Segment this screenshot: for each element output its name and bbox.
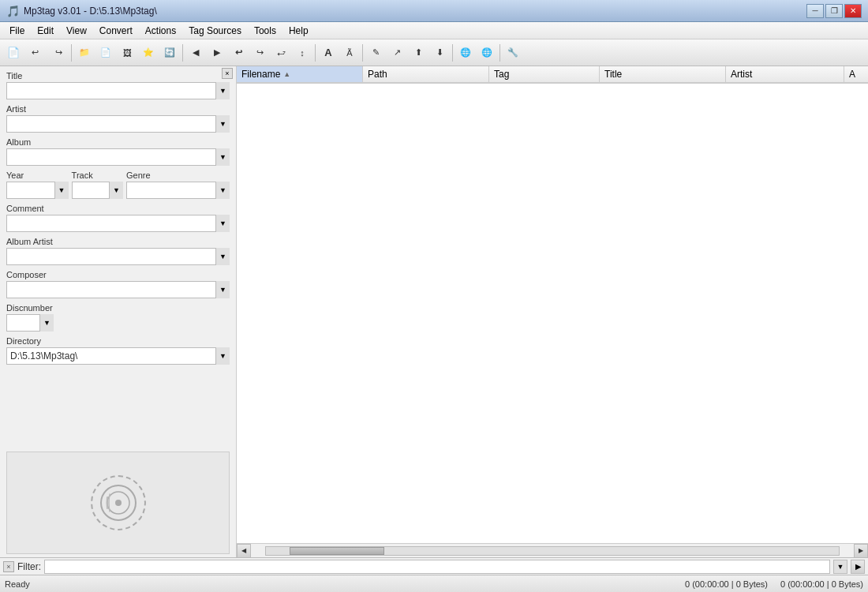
field-group-composer: Composer ▼ [6, 270, 230, 298]
menu-tools[interactable]: Tools [248, 22, 282, 39]
toolbar-tag-prev[interactable]: ◀ [185, 43, 206, 63]
directory-dropdown-btn[interactable]: ▼ [215, 347, 230, 365]
toolbar-redo[interactable]: ↪ [48, 43, 69, 63]
filter-go-button[interactable]: ▶ [851, 560, 865, 574]
menu-view[interactable]: View [60, 22, 93, 39]
field-row-year-track-genre: Year ▼ Track ▼ Genre [6, 170, 230, 204]
titlebar: 🎵 Mp3tag v3.01 - D:\5.13\Mp3tag\ ─ ❐ ✕ [0, 0, 868, 22]
toolbar-refresh[interactable]: 🔄 [159, 43, 180, 63]
left-panel-close-button[interactable]: × [222, 68, 233, 79]
toolbar-sep-3 [315, 44, 316, 62]
toolbar-text-a2[interactable]: Ã [339, 43, 360, 63]
composer-dropdown-btn[interactable]: ▼ [215, 281, 230, 298]
right-panel: Filename ▲ Path Tag Title Artist A ◀ [237, 66, 868, 557]
menu-file[interactable]: File [3, 22, 31, 39]
h-scroll-right-arrow[interactable]: ▶ [854, 544, 868, 558]
menu-help[interactable]: Help [282, 22, 315, 39]
restore-button[interactable]: ❐ [825, 4, 843, 18]
minimize-button[interactable]: ─ [806, 4, 824, 18]
field-wrap-album-artist: ▼ [6, 248, 230, 265]
artwork-area [6, 451, 230, 554]
window-title: Mp3tag v3.01 - D:\5.13\Mp3tag\ [24, 6, 157, 17]
filter-input[interactable] [44, 560, 830, 574]
artwork-placeholder-icon [91, 475, 146, 530]
field-wrap-composer: ▼ [6, 281, 230, 298]
artist-dropdown-btn[interactable]: ▼ [215, 115, 230, 133]
comment-dropdown-btn[interactable]: ▼ [215, 215, 230, 232]
album-artist-dropdown-btn[interactable]: ▼ [215, 248, 230, 265]
horizontal-scrollbar: ◀ ▶ [237, 543, 868, 557]
h-scroll-left-arrow[interactable]: ◀ [237, 544, 251, 558]
field-label-comment: Comment [6, 204, 230, 213]
field-label-composer: Composer [6, 270, 230, 279]
status-stats1: 0 (00:00:00 | 0 Bytes) [685, 579, 768, 589]
toolbar-sep-6 [499, 44, 500, 62]
artist-input[interactable] [6, 115, 230, 133]
menu-tag-sources[interactable]: Tag Sources [182, 22, 248, 39]
title-dropdown-btn[interactable]: ▼ [215, 82, 230, 99]
col-header-tag[interactable]: Tag [489, 66, 600, 82]
col-title-label: Title [604, 69, 622, 80]
toolbar-add-file[interactable]: 📄 [95, 43, 116, 63]
album-input[interactable] [6, 148, 230, 166]
comment-input[interactable] [6, 215, 230, 232]
filter-label: Filter: [17, 561, 41, 572]
toolbar-tag-next[interactable]: ▶ [207, 43, 227, 63]
menu-edit[interactable]: Edit [31, 22, 60, 39]
toolbar-globe[interactable]: 🌐 [455, 43, 476, 63]
filter-dropdown-button[interactable]: ▼ [833, 560, 847, 574]
col-header-more[interactable]: A [844, 66, 868, 82]
album-artist-input[interactable] [6, 248, 230, 265]
statusbar: Ready 0 (00:00:00 | 0 Bytes) 0 (00:00:00… [0, 575, 868, 592]
col-tag-label: Tag [494, 69, 509, 80]
toolbar-add-cover[interactable]: 🖼 [117, 43, 137, 63]
toolbar-tag-fn4[interactable]: ↕ [292, 43, 312, 63]
menu-convert[interactable]: Convert [93, 22, 139, 39]
toolbar-undo[interactable]: ↩ [24, 43, 45, 63]
left-panel: × Title ▼ Artist ▼ Album [0, 66, 237, 557]
composer-input[interactable] [6, 281, 230, 298]
field-wrap-track: ▼ [72, 182, 123, 199]
toolbar-globe2[interactable]: 🌐 [477, 43, 497, 63]
field-wrap-title: ▼ [6, 82, 230, 99]
field-wrap-album: ▼ [6, 148, 230, 166]
field-label-album-artist: Album Artist [6, 237, 230, 246]
toolbar-fn6[interactable]: ⬇ [429, 43, 450, 63]
toolbar-tag-fn3[interactable]: ⮐ [271, 43, 291, 63]
toolbar-new[interactable]: 📄 [3, 43, 24, 63]
toolbar-tag-fn1[interactable]: ↩ [228, 43, 249, 63]
cd-icon [99, 483, 138, 523]
toolbar-fn5[interactable]: ⬆ [408, 43, 428, 63]
col-header-title[interactable]: Title [600, 66, 726, 82]
field-wrap-directory: ▼ [6, 347, 230, 365]
toolbar-sep-4 [362, 44, 363, 62]
toolbar-text-a[interactable]: A [318, 43, 339, 63]
close-button[interactable]: ✕ [844, 4, 862, 18]
title-input[interactable] [6, 82, 230, 99]
col-header-artist[interactable]: Artist [726, 66, 844, 82]
toolbar-sep-5 [452, 44, 453, 62]
field-wrap-year: ▼ [6, 182, 69, 199]
toolbar-settings[interactable]: 🔧 [503, 43, 523, 63]
col-header-path[interactable]: Path [363, 66, 489, 82]
toolbar-tag-fn2[interactable]: ↪ [249, 43, 270, 63]
menu-actions[interactable]: Actions [139, 22, 182, 39]
toolbar-write[interactable]: ✎ [365, 43, 386, 63]
directory-input[interactable] [6, 347, 230, 365]
album-dropdown-btn[interactable]: ▼ [215, 148, 230, 166]
col-header-filename[interactable]: Filename ▲ [237, 66, 363, 82]
toolbar-export[interactable]: ↗ [387, 43, 407, 63]
col-artist-label: Artist [731, 69, 752, 80]
genre-dropdown-btn[interactable]: ▼ [215, 182, 230, 199]
fields-container: Title ▼ Artist ▼ Album ▼ [0, 66, 236, 448]
field-label-artist: Artist [6, 104, 230, 114]
discnumber-dropdown-btn[interactable]: ▼ [39, 314, 54, 332]
track-dropdown-btn[interactable]: ▼ [109, 182, 123, 199]
field-group-track: Track ▼ [72, 170, 123, 199]
filter-close-button[interactable]: × [3, 561, 14, 572]
toolbar-favorite[interactable]: ⭐ [138, 43, 159, 63]
genre-input[interactable] [126, 182, 230, 199]
toolbar-add-folder[interactable]: 📁 [74, 43, 95, 63]
year-dropdown-btn[interactable]: ▼ [54, 182, 69, 199]
h-scroll-thumb[interactable] [290, 547, 384, 555]
